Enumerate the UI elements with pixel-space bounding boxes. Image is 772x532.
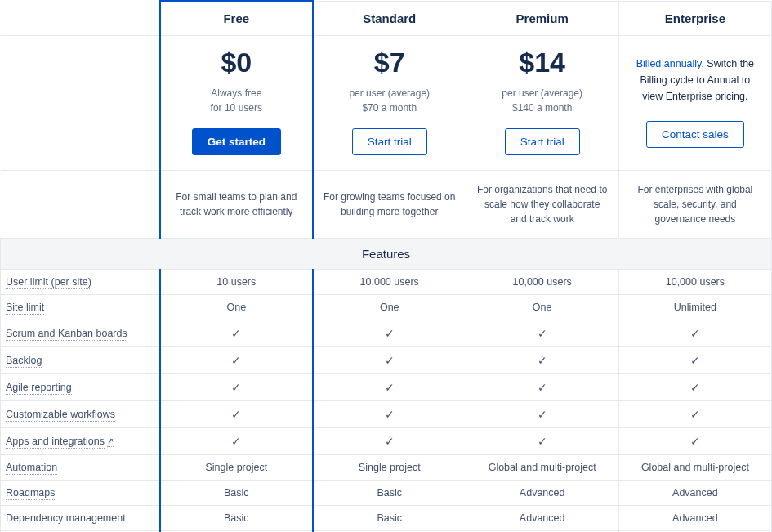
feature-label-text: Scrum and Kanban boards (6, 328, 127, 341)
feature-value: ✓ (313, 320, 466, 347)
feature-value: ✓ (618, 428, 771, 455)
feature-value: ✓ (160, 428, 313, 455)
plan-header-free: Free (160, 1, 313, 36)
feature-value: ✓ (160, 401, 313, 428)
feature-value: One (313, 295, 466, 320)
check-icon: ✓ (231, 435, 241, 448)
check-icon: ✓ (385, 435, 395, 448)
feature-row: RoadmapsBasicBasicAdvancedAdvanced (1, 481, 772, 506)
feature-value: 10,000 users (618, 270, 771, 295)
feature-value-text: 10 users (216, 276, 256, 288)
check-icon: ✓ (538, 435, 547, 448)
check-icon: ✓ (385, 354, 395, 367)
feature-value-text: Unlimited (674, 302, 716, 313)
check-icon: ✓ (538, 354, 547, 367)
feature-value-text: Advanced (520, 487, 565, 498)
feature-value: 10 users (160, 270, 313, 295)
check-icon: ✓ (690, 354, 700, 367)
feature-value: Advanced (466, 506, 618, 531)
feature-label: Backlog (1, 347, 160, 374)
check-icon: ✓ (231, 408, 241, 421)
check-icon: ✓ (538, 327, 547, 340)
start-trial-premium-button[interactable]: Start trial (505, 128, 580, 155)
feature-value: Single project (313, 455, 466, 481)
desc-enterprise: For enterprises with global scale, secur… (618, 171, 771, 239)
check-icon: ✓ (385, 327, 395, 340)
check-icon: ✓ (690, 381, 700, 394)
feature-value-text: Advanced (520, 512, 565, 524)
feature-value-text: One (226, 302, 246, 313)
check-icon: ✓ (690, 327, 700, 340)
feature-label: Customizable workflows (1, 401, 160, 428)
check-icon: ✓ (385, 408, 395, 421)
contact-sales-button[interactable]: Contact sales (646, 121, 744, 148)
feature-row: Agile reporting✓✓✓✓ (1, 374, 772, 401)
price-cell-enterprise: Billed annually. Switch the Billing cycl… (618, 36, 771, 171)
feature-value: Single project (160, 455, 313, 481)
feature-value: One (466, 295, 618, 320)
feature-label-text: Automation (6, 462, 57, 475)
feature-value-text: Single project (359, 462, 421, 473)
billed-annually-link[interactable]: Billed annually. (636, 58, 704, 69)
check-icon: ✓ (385, 381, 395, 394)
feature-value-text: Single project (205, 462, 267, 473)
feature-value: ✓ (618, 374, 771, 401)
feature-label: Apps and integrations↗ (1, 428, 160, 455)
price-cell-free: $0 Always free for 10 users Get started (160, 36, 313, 171)
feature-row: Customizable workflows✓✓✓✓ (1, 401, 772, 428)
price-cell-standard: $7 per user (average) $70 a month Start … (313, 36, 466, 171)
feature-value-text: Basic (377, 512, 402, 524)
feature-value: ✓ (466, 428, 618, 455)
feature-value-text: Basic (224, 512, 249, 524)
plan-header-premium: Premium (466, 1, 618, 36)
desc-premium: For organizations that need to scale how… (466, 171, 618, 239)
feature-value: ✓ (466, 401, 618, 428)
feature-value: Basic (313, 506, 466, 531)
feature-value: ✓ (313, 401, 466, 428)
feature-value: Advanced (618, 506, 771, 531)
plan-name-row: Free Standard Premium Enterprise (1, 1, 772, 36)
check-icon: ✓ (538, 408, 547, 421)
feature-value-text: 10,000 users (666, 276, 725, 288)
feature-label-text: Site limit (6, 302, 44, 315)
feature-value: ✓ (618, 401, 771, 428)
feature-value-text: One (380, 302, 399, 313)
feature-value: 10,000 users (466, 270, 618, 295)
feature-label-text: Dependency management (6, 512, 126, 525)
feature-value: Basic (160, 481, 313, 506)
price-sub2-standard: $70 a month (322, 101, 457, 115)
price-sub2-free: for 10 users (169, 101, 304, 115)
price-sub1-standard: per user (average) (322, 86, 457, 101)
price-sub2-premium: $140 a month (475, 101, 610, 115)
feature-label: Scrum and Kanban boards (1, 320, 160, 347)
feature-row: Dependency managementBasicBasicAdvancedA… (1, 506, 772, 531)
feature-value-text: One (533, 302, 552, 313)
features-section-header: Features (1, 239, 772, 270)
feature-label-text: Backlog (6, 355, 42, 368)
feature-value-text: Basic (377, 487, 402, 498)
get-started-button[interactable]: Get started (192, 128, 281, 155)
feature-label-text: Customizable workflows (6, 409, 115, 422)
feature-value: ✓ (618, 347, 771, 374)
feature-row: Scrum and Kanban boards✓✓✓✓ (1, 320, 772, 347)
feature-value: ✓ (313, 374, 466, 401)
start-trial-standard-button[interactable]: Start trial (352, 128, 427, 155)
check-icon: ✓ (690, 435, 700, 448)
feature-value-text: Advanced (672, 512, 718, 524)
feature-value: One (160, 295, 313, 320)
price-sub1-premium: per user (average) (475, 86, 610, 101)
feature-value-text: 10,000 users (360, 276, 419, 288)
check-icon: ✓ (538, 381, 547, 394)
feature-value-text: 10,000 users (513, 276, 572, 288)
feature-value: ✓ (618, 320, 771, 347)
desc-standard: For growing teams focused on building mo… (313, 171, 466, 239)
price-amount-free: $0 (169, 47, 304, 78)
feature-label-text: Roadmaps (6, 487, 55, 500)
feature-row: User limit (per site)10 users10,000 user… (1, 270, 772, 295)
feature-label: Agile reporting (1, 374, 160, 401)
feature-row: Apps and integrations↗✓✓✓✓ (1, 428, 772, 455)
feature-value: ✓ (466, 347, 618, 374)
feature-value: Basic (160, 506, 313, 531)
feature-value: ✓ (466, 320, 618, 347)
feature-label-text: Apps and integrations (6, 436, 105, 449)
